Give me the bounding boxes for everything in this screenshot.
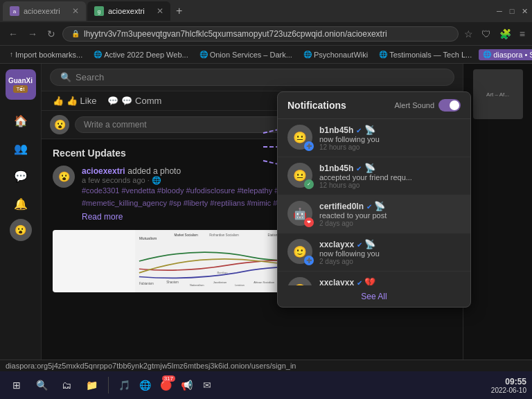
user-avatar-sidebar[interactable]: 😮 <box>10 219 32 241</box>
notif-item-1[interactable]: 😐 ✓ b1nb45h ✔ 📡 accepted your friend req… <box>278 157 470 195</box>
tab-2-close[interactable]: ✕ <box>157 6 163 16</box>
search-taskbar-button[interactable]: 🔍 <box>30 374 53 396</box>
comment-label: 💬 Comm <box>121 96 161 106</box>
forward-button[interactable]: → <box>25 27 40 41</box>
taskbar-app-notify[interactable]: 📢 <box>177 375 196 395</box>
notifications-panel: Notifications Alert Sound 😐 ➕ b1nb45h ✔ … <box>277 91 471 308</box>
tab-1-favicon: a <box>10 6 19 16</box>
svg-text:Leninism: Leninism <box>235 284 245 287</box>
psychonaut-icon: 🌐 <box>303 51 312 58</box>
bookmark-diaspora[interactable]: 🌐 diaspora • Sign in <box>479 49 532 60</box>
right-panel: Art – Af... <box>463 64 532 399</box>
notif-text-3: xxclayxx ✔ 📡 now following you 2 days ag… <box>319 239 461 265</box>
taskbar-app-mail[interactable]: ✉ <box>197 375 217 395</box>
notif-text-4: xxclayxx ✔ 💔 <box>319 277 461 285</box>
notif-user-4: xxclayxx ✔ 💔 <box>319 277 461 285</box>
bookmarks-bar: ↑ Import bookmarks... 🌐 Active 2022 Deep… <box>0 46 532 64</box>
chat-icon[interactable]: 💬 <box>8 163 33 188</box>
notifications-footer: See All <box>278 285 470 307</box>
bookmark-psychonaut-label: PsychonautWiki <box>314 51 368 59</box>
notif-badge-follow-3: ➕ <box>304 256 314 265</box>
app-logo[interactable]: GuanXi Tết <box>6 69 36 100</box>
minimize-button[interactable]: ─ <box>495 6 504 16</box>
like-icon: 👍 <box>53 96 64 106</box>
taskbar-apps: 🎵 🌐 🔴 317 📢 ✉ <box>114 375 217 395</box>
task-view-button[interactable]: 🗂 <box>55 374 78 396</box>
app-top-bar: 🔍 Search <box>42 64 463 91</box>
update-author[interactable]: acioexextri <box>82 166 125 176</box>
tab-1-title: acioexextri <box>24 7 60 15</box>
tab-1-close[interactable]: ✕ <box>72 6 79 16</box>
alert-sound-label: Alert Sound <box>395 101 434 109</box>
people-icon[interactable]: 👥 <box>8 136 33 161</box>
notif-badge-follow-0: ➕ <box>304 141 314 151</box>
files-taskbar-button[interactable]: 📁 <box>80 374 103 396</box>
tab-1[interactable]: a acioexextri ✕ <box>3 1 86 21</box>
alert-sound-control: Alert Sound <box>395 99 461 112</box>
notification-icon[interactable]: 🔔 <box>8 191 33 216</box>
svg-text:African Socialism: African Socialism <box>254 281 275 284</box>
notif-item-3[interactable]: 🙂 ➕ xxclayxx ✔ 📡 now following you 2 day… <box>278 233 470 272</box>
notif-avatar-2: 🤖 ❤ <box>287 201 312 226</box>
logo-top-text: GuanXi <box>8 77 33 85</box>
status-url-text: diaspora:org5j4z5mxkd5qnrppo7tbb6ynk2gtm… <box>6 362 296 370</box>
address-bar[interactable]: 🔒 lhyytrv3v7m3upeevqtgvan7hlcfklc5qxumsa… <box>62 26 459 42</box>
bookmark-testimonials[interactable]: 🌐 Testimonials — Tech L... <box>375 49 476 60</box>
notif-item-0[interactable]: 😐 ➕ b1nb45h ✔ 📡 now following you 12 hou… <box>278 119 470 157</box>
new-tab-button[interactable]: + <box>172 3 186 19</box>
sidebar: GuanXi Tết 🏠 👥 💬 🔔 😮 <box>0 64 42 399</box>
taskbar-app-red[interactable]: 🔴 317 <box>156 375 175 395</box>
bookmark-psychonaut[interactable]: 🌐 PsychonautWiki <box>299 49 372 60</box>
taskbar-app-music[interactable]: 🎵 <box>114 375 134 395</box>
search-box[interactable]: 🔍 Search <box>50 69 454 86</box>
extensions-icon[interactable]: 🧩 <box>498 27 513 41</box>
lock-icon: 🔒 <box>71 30 80 37</box>
notif-avatar-1: 😐 ✓ <box>287 163 312 188</box>
notif-badge-check-1: ✓ <box>304 179 314 189</box>
see-all-link[interactable]: See All <box>361 292 387 301</box>
notif-avatar-3: 🙂 ➕ <box>287 239 312 264</box>
svg-text:Jacobinism: Jacobinism <box>213 281 227 284</box>
tab-2-title: acioexextri <box>108 7 145 15</box>
comment-input-placeholder: Write a comment <box>84 120 146 130</box>
back-button[interactable]: ← <box>6 27 21 41</box>
bookmark-deep-web[interactable]: 🌐 Active 2022 Deep Web... <box>89 49 192 60</box>
notif-item-2[interactable]: 🤖 ❤ certified0ln ✔ 📡 reacted to your pos… <box>278 195 470 233</box>
notif-avatar-0: 😐 ➕ <box>287 125 312 150</box>
notif-avatar-4: 🙂 ❤ <box>287 277 312 285</box>
home-icon[interactable]: 🏠 <box>8 108 33 133</box>
svg-text:Rothardian Socialism: Rothardian Socialism <box>209 233 239 237</box>
notif-item-4[interactable]: 🙂 ❤ xxclayxx ✔ 💔 <box>278 272 470 285</box>
bookmark-onion[interactable]: 🌐 Onion Services – Dark... <box>195 49 296 60</box>
notif-time-0: 12 hours ago <box>319 143 461 151</box>
svg-text:Nationalism: Nationalism <box>190 283 204 287</box>
update-action: added a photo <box>127 166 181 176</box>
shield-icon[interactable]: 🛡 <box>480 27 493 41</box>
notif-time-1: 12 hours ago <box>319 181 461 189</box>
notif-user-0: b1nb45h ✔ 📡 <box>319 125 461 135</box>
alert-sound-toggle[interactable] <box>438 99 461 112</box>
comment-button[interactable]: 💬 💬 Comm <box>107 96 161 106</box>
like-label: 👍 Like <box>66 96 96 106</box>
svg-text:Shaoism: Shaoism <box>166 281 179 284</box>
taskbar-time: 09:55 <box>491 377 526 387</box>
notif-text-0: b1nb45h ✔ 📡 now following you 12 hours a… <box>319 125 461 151</box>
menu-icon[interactable]: ≡ <box>518 27 526 41</box>
bookmark-star-icon[interactable]: ☆ <box>463 27 475 41</box>
maximize-button[interactable]: □ <box>507 6 517 16</box>
like-button[interactable]: 👍 👍 Like <box>53 96 96 106</box>
close-button[interactable]: ✕ <box>520 6 529 16</box>
start-button[interactable]: ⊞ <box>6 374 28 396</box>
reload-button[interactable]: ↻ <box>44 27 58 41</box>
bookmark-diaspora-label: diaspora • Sign in <box>493 51 532 59</box>
bookmark-import[interactable]: ↑ Import bookmarks... <box>6 49 87 60</box>
comment-icon: 💬 <box>107 96 118 106</box>
taskbar-app-browser[interactable]: 🌐 <box>135 375 154 395</box>
notif-text-1: b1nb45h ✔ 📡 accepted your friend requ...… <box>319 163 461 189</box>
notifications-title: Notifications <box>287 100 346 111</box>
notif-text-2: certified0ln ✔ 📡 reacted to your post 2 … <box>319 201 461 227</box>
toolbar-icons: ☆ 🛡 🧩 ≡ <box>463 27 526 41</box>
logo-badge-text: Tết <box>13 85 27 93</box>
tab-2[interactable]: g acioexextri ✕ <box>87 1 170 21</box>
taskbar-date: 2022-06-10 <box>491 387 526 394</box>
